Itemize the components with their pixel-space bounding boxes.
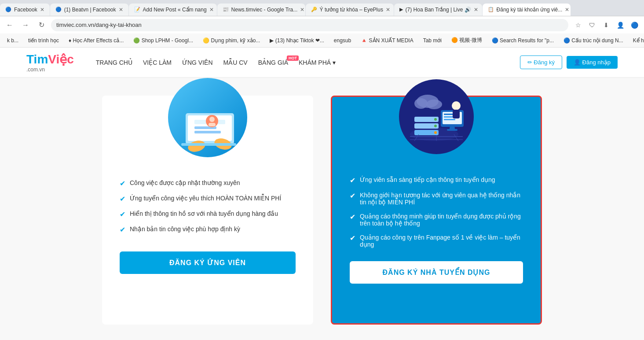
register-applicant-button[interactable]: ĐĂNG KÝ ỨNG VIÊN xyxy=(120,251,296,274)
svg-rect-24 xyxy=(447,129,457,131)
bookmark-dung-phim[interactable]: 🟡 Dụng phim, kỹ xảo... xyxy=(199,37,263,44)
employer-feature-1-text: Ứng viên sẵn sàng tiếp cận thông tin tuy… xyxy=(360,176,495,183)
employer-card: ✔ Ứng viên sẵn sàng tiếp cận thông tin t… xyxy=(331,96,542,325)
tab-eyeplus[interactable]: 🔑 Ý tưởng từ khóa – EyePlus ✕ xyxy=(306,4,394,16)
bookmark-search[interactable]: 🔵 Search Results for "p... xyxy=(488,37,557,44)
check-icon-2: ✔ xyxy=(120,195,125,203)
back-button[interactable]: ← xyxy=(4,19,16,31)
bookmark-ke-ho[interactable]: Kể ho xyxy=(629,37,644,44)
tab-current[interactable]: 📋 Đăng ký tài khoản ứng viê... ✕ xyxy=(483,4,571,16)
employer-card-content: ✔ Ứng viên sẵn sàng tiếp cận thông tin t… xyxy=(350,176,523,284)
download-icon[interactable]: ⬇ xyxy=(600,19,612,31)
applicant-card: ✔ Công việc được cập nhật thường xuyên ✔… xyxy=(102,96,313,325)
tab-news-title: News.timviec - Google Tra... xyxy=(231,7,298,13)
main-content: ✔ Công việc được cập nhật thường xuyên ✔… xyxy=(0,78,644,340)
tab-addpost-title: Add New Post « Cẩm nang xyxy=(143,7,207,13)
logo-suffix: .com.vn xyxy=(26,67,74,73)
bookmark-icon[interactable]: ☆ xyxy=(572,19,584,31)
tab-news[interactable]: 📰 News.timviec - Google Tra... ✕ xyxy=(217,4,305,16)
tab-facebook[interactable]: 🔵 Facebook ✕ xyxy=(0,4,50,16)
logo-viec: Việc xyxy=(48,52,74,66)
bookmark-shop[interactable]: 🟢 Shop LPHM - Googl... xyxy=(130,37,197,44)
bookmark-kb[interactable]: k b... xyxy=(4,37,22,44)
applicant-feature-2-text: Ứng tuyển công việc yêu thích HOÀN TOÀN … xyxy=(130,195,281,202)
svg-rect-22 xyxy=(444,119,455,120)
nav-bang-gia[interactable]: BẢNG GIÁ HOT xyxy=(258,59,288,66)
applicant-feature-1-text: Công việc được cập nhật thường xuyên xyxy=(130,179,240,186)
svg-rect-7 xyxy=(209,123,216,126)
tab-addpost[interactable]: 📝 Add New Post « Cẩm nang ✕ xyxy=(129,4,217,16)
bookmark-weibo[interactable]: 🟠 视频·微博 xyxy=(448,36,486,45)
tab-youtube[interactable]: ▶ (7) Hoa Ban Trắng | Live 🔊 ✕ xyxy=(394,4,482,16)
bookmark-after-effects[interactable]: ♦ Học After Effects cả... xyxy=(65,37,127,44)
applicant-feature-1: ✔ Công việc được cập nhật thường xuyên xyxy=(120,179,296,188)
applicant-svg xyxy=(172,82,243,153)
bookmark-nhac[interactable]: ▶ (13) Nhạc Tiktok ❤... xyxy=(266,37,327,44)
current-favicon: 📋 xyxy=(488,7,494,13)
tab-eyeplus-close[interactable]: ✕ xyxy=(386,7,390,13)
svg-point-28 xyxy=(414,98,428,109)
nav-trang-chu[interactable]: TRANG CHỦ xyxy=(96,59,132,66)
bookmarks-bar: k b... tiến trình học ♦ Học After Effect… xyxy=(0,33,644,48)
bookmark-cau-truc[interactable]: 🔵 Cấu trúc nội dung N... xyxy=(560,37,627,44)
tab-youtube-close[interactable]: ✕ xyxy=(474,7,478,13)
tab-news-close[interactable]: ✕ xyxy=(300,7,304,13)
nav-kham-pha[interactable]: KHÁM PHÁ ▾ xyxy=(299,59,336,66)
addpost-favicon: 📝 xyxy=(134,7,140,13)
tab-beatvn-close[interactable]: ✕ xyxy=(119,7,123,13)
bookmark-san-xuat[interactable]: 🔺 SẢN XUẤT MEDIA xyxy=(357,37,417,44)
news-favicon: 📰 xyxy=(223,7,229,13)
tab-facebook-close[interactable]: ✕ xyxy=(40,7,44,13)
tab-beatvn-title: (1) Beatvn | Facebook xyxy=(64,7,116,13)
employer-feature-4-text: Quảng cáo công ty trên Fanpage số 1 về v… xyxy=(360,234,523,248)
toolbar-icons: ☆ 🛡 ⬇ 👤 🔵 xyxy=(572,19,640,31)
website: TimViệc .com.vn TRANG CHỦ VIỆC LÀM ỨNG V… xyxy=(0,48,644,340)
dang-nhap-button[interactable]: 👤 Đăng nhập xyxy=(567,56,618,69)
check-icon-white-2: ✔ xyxy=(350,192,355,200)
applicant-feature-4: ✔ Nhận bản tin công việc phù hợp định kỳ xyxy=(120,225,296,234)
nav-ung-vien[interactable]: ỨNG VIÊN xyxy=(182,59,213,66)
check-icon-white-3: ✔ xyxy=(350,213,355,221)
applicant-feature-2: ✔ Ứng tuyển công việc yêu thích HOÀN TOÀ… xyxy=(120,195,296,203)
address-input[interactable] xyxy=(51,19,568,31)
logo-tim: Tim xyxy=(26,52,48,66)
register-employer-button[interactable]: ĐĂNG KÝ NHÀ TUYỂN DỤNG xyxy=(350,261,523,284)
tab-beatvn[interactable]: 🔵 (1) Beatvn | Facebook ✕ xyxy=(50,4,128,16)
tab-bar: 🔵 Facebook ✕ 🔵 (1) Beatvn | Facebook ✕ 📝… xyxy=(0,0,644,16)
svg-point-17 xyxy=(434,131,437,134)
employer-illustration xyxy=(399,79,474,154)
bookmark-tab-moi[interactable]: Tab mới xyxy=(420,37,445,44)
bookmark-engsub[interactable]: engsub xyxy=(330,37,355,44)
employer-feature-3-text: Quảng cáo thông minh giúp tin tuyển dụng… xyxy=(360,213,523,227)
employer-feature-2: ✔ Không giới hạn tương tác với ứng viên … xyxy=(350,192,523,206)
browser-chrome: 🔵 Facebook ✕ 🔵 (1) Beatvn | Facebook ✕ 📝… xyxy=(0,0,644,48)
employer-feature-4: ✔ Quảng cáo công ty trên Fanpage số 1 về… xyxy=(350,234,523,248)
logo: TimViệc .com.vn xyxy=(26,52,74,73)
bookmark-tien-trinh[interactable]: tiến trình học xyxy=(25,37,62,44)
tab-eyeplus-title: Ý tưởng từ khóa – EyePlus xyxy=(320,7,383,13)
extension-icon[interactable]: 🔵 xyxy=(628,19,640,31)
employer-feature-3: ✔ Quảng cáo thông minh giúp tin tuyển dụ… xyxy=(350,213,523,227)
svg-rect-26 xyxy=(453,110,460,118)
nav-mau-cv[interactable]: MẪU CV xyxy=(223,59,248,66)
tab-youtube-title: (7) Hoa Ban Trắng | Live 🔊 xyxy=(406,7,471,13)
nav-viec-lam[interactable]: VIỆC LÀM xyxy=(143,59,172,66)
reload-button[interactable]: ↻ xyxy=(35,19,48,31)
tab-addpost-close[interactable]: ✕ xyxy=(209,7,214,13)
dang-ky-button[interactable]: ✏ Đăng ký xyxy=(520,55,562,69)
address-bar-row: ← → ↻ ☆ 🛡 ⬇ 👤 🔵 xyxy=(0,16,644,33)
account-icon[interactable]: 👤 xyxy=(614,19,626,31)
applicant-feature-list: ✔ Công việc được cập nhật thường xuyên ✔… xyxy=(120,179,296,234)
kham-pha-label: KHÁM PHÁ xyxy=(299,59,331,66)
site-header: TimViệc .com.vn TRANG CHỦ VIỆC LÀM ỨNG V… xyxy=(0,48,644,78)
shield-icon[interactable]: 🛡 xyxy=(586,19,598,31)
svg-point-25 xyxy=(452,101,461,110)
eyeplus-favicon: 🔑 xyxy=(311,7,317,13)
check-icon-white-4: ✔ xyxy=(350,234,355,242)
check-icon-white-1: ✔ xyxy=(350,176,355,185)
tab-current-close[interactable]: ✕ xyxy=(565,7,569,13)
forward-button[interactable]: → xyxy=(19,19,32,31)
check-icon-3: ✔ xyxy=(120,210,125,218)
tab-facebook-title: Facebook xyxy=(14,7,37,13)
hot-badge: HOT xyxy=(287,55,299,61)
